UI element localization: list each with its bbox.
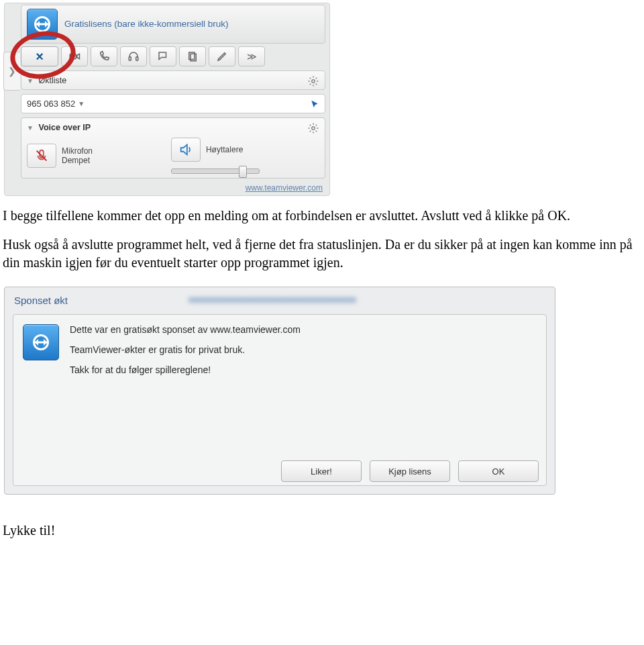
speaker-icon	[178, 142, 193, 157]
gear-icon[interactable]	[307, 122, 319, 136]
pencil-icon	[216, 50, 228, 62]
session-toolbar: ×	[21, 46, 325, 66]
svg-marker-6	[77, 54, 80, 59]
speaker-volume-slider[interactable]	[171, 168, 260, 174]
session-id-value: 965 063 852	[27, 99, 75, 109]
session-list-title: Øktliste	[39, 76, 67, 85]
filetransfer-button[interactable]	[179, 46, 206, 66]
speaker-label: Høyttalere	[206, 145, 243, 154]
mic-muted-icon	[34, 148, 49, 163]
svg-point-12	[312, 127, 315, 130]
license-header-text: Gratislisens (bare ikke-kommersiell bruk…	[64, 19, 229, 30]
video-button[interactable]	[61, 46, 88, 66]
doc-paragraph-1: I begge tilfellene kommer det opp en mel…	[3, 207, 636, 225]
buy-license-button[interactable]: Kjøp lisens	[370, 460, 450, 482]
chat-button[interactable]	[150, 46, 176, 66]
svg-rect-8	[136, 57, 138, 60]
cursor-icon	[310, 99, 319, 111]
doc-paragraph-2: Husk også å avslutte programmet helt, ve…	[3, 236, 636, 272]
mic-status: Dempet	[62, 156, 93, 165]
teamviewer-link[interactable]: www.teamviewer.com	[246, 183, 323, 193]
like-button[interactable]: Liker!	[281, 460, 362, 482]
doc-closing-line: Lykke til!	[3, 522, 636, 540]
gear-icon[interactable]	[307, 75, 319, 89]
conference-button[interactable]	[120, 46, 147, 66]
headset-icon	[127, 50, 140, 62]
files-icon	[186, 50, 199, 62]
phone-icon	[98, 50, 110, 62]
teamviewer-session-panel: ❯ Gratislisens (bare ikke-kommersiell br…	[4, 3, 330, 196]
more-button[interactable]: ≫	[238, 46, 265, 66]
chevron-down-icon: ▼	[27, 77, 34, 85]
voip-section: ▼ Voice over IP Mikrofon Dempet	[21, 117, 325, 179]
svg-point-11	[312, 80, 315, 83]
dialog-title: Sponset økt	[14, 295, 68, 306]
close-session-button[interactable]: ×	[21, 46, 58, 66]
voip-title: Voice over IP	[39, 123, 91, 132]
dropdown-arrow-icon: ▼	[78, 100, 85, 107]
whiteboard-button[interactable]	[209, 46, 235, 66]
slider-knob[interactable]	[239, 166, 247, 178]
chevron-right-icon: ❯	[8, 66, 16, 77]
dialog-line-2: TeamViewer-økter er gratis for privat br…	[70, 344, 301, 355]
close-icon: ×	[36, 49, 44, 64]
dialog-line-1: Dette var en gratisøkt sponset av www.te…	[70, 324, 301, 335]
more-icon: ≫	[247, 51, 257, 62]
microphone-toggle-button[interactable]	[27, 144, 56, 168]
expand-handle[interactable]: ❯	[3, 52, 20, 91]
call-button[interactable]	[91, 46, 117, 66]
svg-rect-5	[70, 54, 76, 59]
blurred-header-text	[189, 293, 356, 307]
video-icon	[68, 50, 80, 62]
dialog-header: Sponset økt	[5, 287, 555, 310]
teamviewer-logo-icon	[27, 9, 58, 40]
mic-label: Mikrofon	[62, 146, 93, 156]
teamviewer-logo-icon	[23, 324, 59, 360]
sponsored-session-dialog: Sponset økt Dette var en gratisøkt spons…	[4, 287, 555, 495]
speaker-toggle-button[interactable]	[171, 138, 201, 162]
panel-header: Gratislisens (bare ikke-kommersiell bruk…	[21, 5, 325, 44]
session-list-section: ▼ Øktliste	[21, 70, 325, 90]
ok-button[interactable]: OK	[458, 460, 539, 482]
session-id-row[interactable]: 965 063 852 ▼	[21, 94, 325, 113]
svg-rect-7	[129, 57, 131, 60]
dialog-line-3: Takk for at du følger spillereglene!	[70, 364, 301, 375]
chevron-down-icon: ▼	[27, 124, 34, 132]
chat-icon	[157, 50, 169, 62]
